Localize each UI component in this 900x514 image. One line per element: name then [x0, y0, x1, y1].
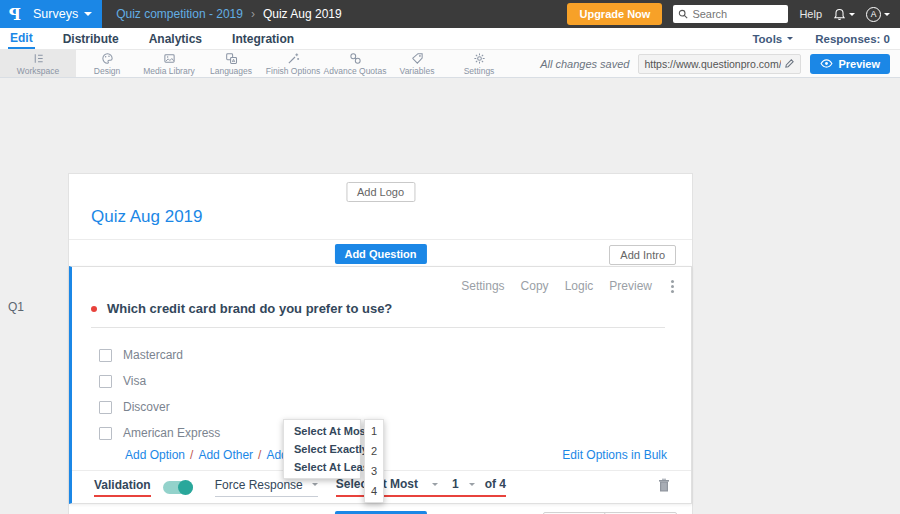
- eye-icon: [820, 59, 833, 68]
- survey-title[interactable]: Quiz Aug 2019: [91, 207, 203, 227]
- chevron-down-icon: [312, 483, 318, 486]
- questionpro-survey-editor: P Surveys Quiz competition - 2019 › Quiz…: [0, 0, 900, 514]
- editor-toolbar: Workspace Design Media Library Languages…: [0, 50, 900, 78]
- toolbar-variables[interactable]: Variables: [386, 50, 448, 77]
- editor-canvas: Q1 Add Logo Quiz Aug 2019 Add Question A…: [0, 78, 900, 514]
- autosave-status: All changes saved: [540, 58, 629, 70]
- preview-button[interactable]: Preview: [810, 54, 890, 74]
- avatar: A: [866, 7, 881, 22]
- toolbar-finish-options[interactable]: Finish Options: [262, 50, 324, 77]
- option-row[interactable]: Mastercard: [99, 342, 220, 368]
- edit-options-in-bulk-link[interactable]: Edit Options in Bulk: [562, 448, 667, 462]
- search-icon: [678, 9, 688, 19]
- rule-option-select-at-least[interactable]: Select At Least: [284, 458, 360, 476]
- rule-dropdown-menu: Select At Most Select Exactly Select At …: [283, 419, 361, 479]
- upgrade-now-button[interactable]: Upgrade Now: [567, 3, 662, 25]
- chevron-down-icon[interactable]: [469, 483, 475, 486]
- search-input[interactable]: [692, 8, 780, 20]
- question-menu: Settings Copy Logic Preview: [461, 279, 677, 293]
- tab-analytics[interactable]: Analytics: [147, 29, 204, 48]
- checkbox-icon[interactable]: [99, 349, 112, 362]
- tab-integration[interactable]: Integration: [230, 29, 296, 48]
- breadcrumb-separator: ›: [251, 7, 255, 21]
- toolbar-design[interactable]: Design: [76, 50, 138, 77]
- search-box[interactable]: [673, 5, 788, 23]
- answer-options: Mastercard Visa Discover American Expres…: [99, 342, 220, 446]
- add-logo-button[interactable]: Add Logo: [346, 182, 415, 202]
- gear-icon: [473, 52, 486, 65]
- tag-icon: [411, 52, 424, 65]
- survey-url-input[interactable]: [644, 58, 781, 70]
- app-name: Surveys: [33, 7, 78, 21]
- rule-option-select-exactly[interactable]: Select Exactly: [284, 440, 360, 458]
- responses-count[interactable]: Responses: 0: [815, 33, 890, 45]
- section-nav: Edit Distribute Analytics Integration To…: [0, 28, 900, 50]
- translate-icon: [225, 52, 238, 65]
- validation-toggle[interactable]: [163, 481, 193, 494]
- questionpro-logo: P: [9, 5, 21, 24]
- breadcrumb-current: Quiz Aug 2019: [263, 7, 342, 21]
- count-dropdown-value[interactable]: 1: [452, 477, 459, 491]
- image-icon: [163, 52, 176, 65]
- add-option-link[interactable]: Add Option: [125, 448, 185, 462]
- question-logic-link[interactable]: Logic: [565, 279, 594, 293]
- option-row[interactable]: Visa: [99, 368, 220, 394]
- option-row[interactable]: American Express: [99, 420, 220, 446]
- divider: [69, 239, 692, 240]
- required-marker: [91, 306, 97, 312]
- toolbar-advance-quotas[interactable]: Advance Quotas: [324, 50, 386, 77]
- link-separator: /: [190, 448, 193, 462]
- link-separator: /: [258, 448, 261, 462]
- question-preview-link[interactable]: Preview: [609, 279, 652, 293]
- count-option-2[interactable]: 2: [365, 441, 383, 461]
- rule-option-select-at-most[interactable]: Select At Most: [284, 422, 360, 440]
- help-link[interactable]: Help: [799, 8, 822, 20]
- account-menu[interactable]: A: [866, 7, 890, 22]
- quota-links-icon: [349, 52, 362, 65]
- palette-icon: [101, 52, 114, 65]
- question-number-label: Q1: [8, 300, 24, 314]
- option-row[interactable]: Discover: [99, 394, 220, 420]
- breadcrumb-folder[interactable]: Quiz competition - 2019: [116, 7, 243, 21]
- toolbar-media-library[interactable]: Media Library: [138, 50, 200, 77]
- chevron-down-icon: [884, 13, 890, 16]
- edit-pencil-icon[interactable]: [784, 58, 795, 69]
- count-option-4[interactable]: 4: [365, 481, 383, 501]
- brand-surveys-menu[interactable]: P Surveys: [0, 0, 102, 28]
- force-response-dropdown[interactable]: Force Response: [215, 478, 318, 497]
- survey-url-box: [638, 54, 801, 74]
- tab-edit[interactable]: Edit: [8, 28, 35, 49]
- add-other-link[interactable]: Add Other: [198, 448, 253, 462]
- add-intro-button[interactable]: Add Intro: [609, 245, 676, 265]
- chevron-down-icon: [84, 12, 92, 16]
- tools-menu[interactable]: Tools: [752, 33, 793, 45]
- count-option-1[interactable]: 1: [365, 421, 383, 441]
- more-options-icon[interactable]: [671, 285, 674, 288]
- workspace-icon: [32, 52, 45, 65]
- checkbox-icon[interactable]: [99, 401, 112, 414]
- add-question-button-top[interactable]: Add Question: [334, 244, 426, 264]
- toolbar-settings[interactable]: Settings: [448, 50, 510, 77]
- magic-wand-icon: [287, 52, 300, 65]
- toolbar-languages[interactable]: Languages: [200, 50, 262, 77]
- count-option-3[interactable]: 3: [365, 461, 383, 481]
- checkbox-icon[interactable]: [99, 375, 112, 388]
- validation-label: Validation: [94, 478, 151, 497]
- count-dropdown-menu: 1 2 3 4: [364, 419, 384, 503]
- notifications-menu[interactable]: [833, 8, 855, 21]
- of-total-label: of 4: [485, 477, 506, 491]
- chevron-down-icon[interactable]: [432, 483, 438, 486]
- question-text-row: Which credit card brand do you prefer to…: [91, 301, 665, 328]
- bell-icon: [833, 8, 846, 21]
- validation-rule-controls: Select At Most 1 of 4: [336, 477, 506, 497]
- delete-question-button[interactable]: [657, 477, 671, 497]
- checkbox-icon[interactable]: [99, 427, 112, 440]
- question-settings-link[interactable]: Settings: [461, 279, 504, 293]
- question-copy-link[interactable]: Copy: [521, 279, 549, 293]
- tab-distribute[interactable]: Distribute: [61, 29, 121, 48]
- question-text[interactable]: Which credit card brand do you prefer to…: [107, 301, 392, 316]
- top-bar: P Surveys Quiz competition - 2019 › Quiz…: [0, 0, 900, 28]
- toolbar-workspace[interactable]: Workspace: [0, 50, 76, 77]
- breadcrumb: Quiz competition - 2019 › Quiz Aug 2019: [116, 7, 341, 21]
- chevron-down-icon: [849, 13, 855, 16]
